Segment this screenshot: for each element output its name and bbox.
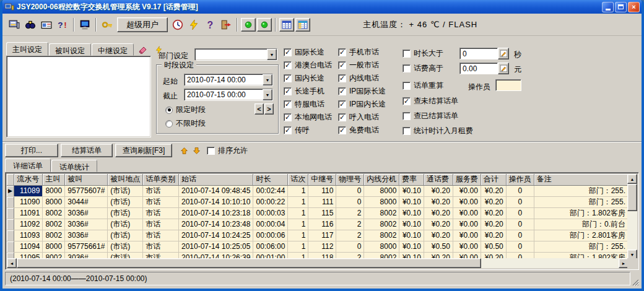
calltype-checkbox[interactable]: ✓: [338, 126, 346, 134]
calltype-option[interactable]: ✓国内长途: [284, 72, 332, 85]
bill-cell[interactable]: 8000: [43, 196, 65, 207]
row-marker-icon[interactable]: ▶: [7, 185, 14, 196]
fee-edit-icon[interactable]: [498, 63, 509, 74]
bill-cell[interactable]: 3036#: [65, 207, 108, 219]
horizontal-scroll-thumb[interactable]: [17, 258, 481, 268]
column-header[interactable]: 内线分机: [364, 174, 399, 185]
fee-filter[interactable]: ✓ 话费高于: [402, 63, 443, 74]
maximize-button[interactable]: [615, 2, 627, 12]
bill-cell[interactable]: ¥0.20: [481, 230, 506, 241]
limited-period-option[interactable]: 限定时段: [165, 105, 206, 115]
dropdown-arrow-icon[interactable]: ▼: [267, 49, 277, 60]
bill-cell[interactable]: 3036#: [65, 219, 108, 230]
operator-input[interactable]: [495, 79, 521, 91]
bill-cell[interactable]: 112: [308, 241, 336, 252]
calltype-option[interactable]: ✓一般市话: [338, 59, 386, 72]
vertical-scroll-thumb[interactable]: [627, 184, 637, 211]
column-header[interactable]: 主叫: [43, 174, 65, 185]
row-marker-cell[interactable]: [7, 196, 14, 207]
stats-grid-icon[interactable]: [295, 18, 310, 32]
row-marker-cell[interactable]: [7, 207, 14, 219]
bill-row[interactable]: 1109180023036#(市话)市话2010-07-14 10:23:180…: [7, 207, 629, 219]
bill-cell[interactable]: ¥0.20: [424, 185, 453, 196]
bill-cell[interactable]: (市话): [108, 230, 143, 241]
calltype-option[interactable]: ✓IP国内长途: [338, 98, 386, 111]
lightning-icon[interactable]: [186, 17, 202, 33]
column-header[interactable]: 被叫: [65, 174, 108, 185]
calltype-checkbox[interactable]: ✓: [284, 48, 292, 56]
bill-cell[interactable]: ¥0.00: [453, 207, 481, 219]
led-green-button-2[interactable]: [257, 18, 272, 32]
calltype-checkbox[interactable]: ✓: [284, 100, 292, 108]
fee-input[interactable]: [459, 63, 498, 74]
bill-cell[interactable]: 0: [506, 207, 534, 219]
calltype-option[interactable]: ✓IP国际长途: [338, 85, 386, 98]
close-button[interactable]: ×: [628, 2, 640, 12]
bill-cell[interactable]: 0: [506, 185, 534, 196]
bill-cell[interactable]: 部门：255.: [534, 241, 628, 252]
column-header[interactable]: 通话费: [424, 174, 453, 185]
bill-cell[interactable]: 111: [308, 196, 336, 207]
unlimited-period-radio[interactable]: [165, 120, 173, 128]
bill-cell[interactable]: 0: [506, 196, 534, 207]
bill-cell[interactable]: 部门：255.: [534, 185, 628, 196]
bill-cell[interactable]: ¥0.20: [481, 207, 506, 219]
bill-cell[interactable]: 市话: [143, 185, 179, 196]
column-header[interactable]: 备注: [534, 174, 628, 185]
unsettled-option[interactable]: ✓ 查未结算话单: [402, 96, 458, 106]
row-marker-cell[interactable]: [7, 219, 14, 230]
bill-cell[interactable]: 116: [308, 219, 336, 230]
bill-cell[interactable]: 2010-07-14 10:10:10: [178, 196, 253, 207]
bill-cell[interactable]: 11089: [14, 185, 43, 196]
card-icon[interactable]: [38, 17, 54, 33]
bill-cell[interactable]: ¥0.00: [453, 230, 481, 241]
settled-option[interactable]: ✓ 查已结算话单: [402, 111, 458, 121]
bill-cell[interactable]: ¥0.20: [424, 207, 453, 219]
bill-cell[interactable]: 2010-07-14 10:25:05: [178, 241, 253, 252]
bill-cell[interactable]: 部门：0.前台: [534, 219, 628, 230]
bill-cell[interactable]: 1: [288, 219, 308, 230]
bill-cell[interactable]: 11090: [14, 196, 43, 207]
tab-caller-setting[interactable]: 主叫设定: [6, 42, 48, 56]
bill-cell[interactable]: 1: [288, 207, 308, 219]
column-header[interactable]: 费率: [399, 174, 424, 185]
bill-cell[interactable]: 市话: [143, 219, 179, 230]
calltype-option[interactable]: ✓国际长途: [284, 46, 332, 59]
dropdown-arrow-icon[interactable]: ▼: [263, 74, 272, 85]
bill-cell[interactable]: (市话): [108, 185, 143, 196]
tab-called-setting[interactable]: 被叫设定: [49, 43, 91, 56]
calltype-option[interactable]: ✓特服电话: [284, 98, 332, 111]
duration-input[interactable]: [459, 48, 498, 59]
bill-cell[interactable]: 0: [506, 241, 534, 252]
bill-cell[interactable]: ¥0.20: [424, 219, 453, 230]
recalc-option[interactable]: ✓ 话单重算: [402, 80, 443, 91]
bill-cell[interactable]: ¥0.20: [424, 196, 453, 207]
calltype-checkbox[interactable]: ✓: [338, 113, 346, 121]
department-combo[interactable]: ▼: [194, 48, 277, 61]
calltype-option[interactable]: ✓传呼: [284, 124, 332, 137]
context-help-icon[interactable]: ?!: [54, 17, 71, 33]
end-time-combo[interactable]: 2010-07-15 00:00 ▼: [184, 89, 273, 101]
bill-cell[interactable]: ¥0.10: [399, 219, 424, 230]
eraser-icon[interactable]: [137, 43, 149, 56]
bill-cell[interactable]: 8002: [43, 207, 65, 219]
bill-cell[interactable]: 0: [336, 241, 364, 252]
bill-cell[interactable]: 市话: [143, 207, 179, 219]
bill-cell[interactable]: ¥0.00: [453, 219, 481, 230]
bill-cell[interactable]: 部门：2.801客房: [534, 230, 628, 241]
bill-cell[interactable]: 市话: [143, 230, 179, 241]
bill-cell[interactable]: 8002: [43, 219, 65, 230]
bill-cell[interactable]: 8002: [364, 207, 399, 219]
unsettled-checkbox[interactable]: ✓: [402, 97, 411, 105]
monthly-checkbox[interactable]: ✓: [402, 127, 411, 135]
recalc-checkbox[interactable]: ✓: [402, 82, 411, 90]
minimize-button[interactable]: [602, 2, 614, 12]
clock-icon[interactable]: [170, 17, 186, 33]
bill-cell[interactable]: 00:00:06: [253, 230, 288, 241]
bill-cell[interactable]: ¥0.10: [399, 230, 424, 241]
bill-cell[interactable]: 2: [336, 207, 364, 219]
column-header[interactable]: 合计: [481, 174, 506, 185]
bill-cell[interactable]: 市话: [143, 196, 179, 207]
move-up-icon[interactable]: [178, 144, 189, 157]
calltype-option[interactable]: ✓手机市话: [338, 46, 386, 59]
